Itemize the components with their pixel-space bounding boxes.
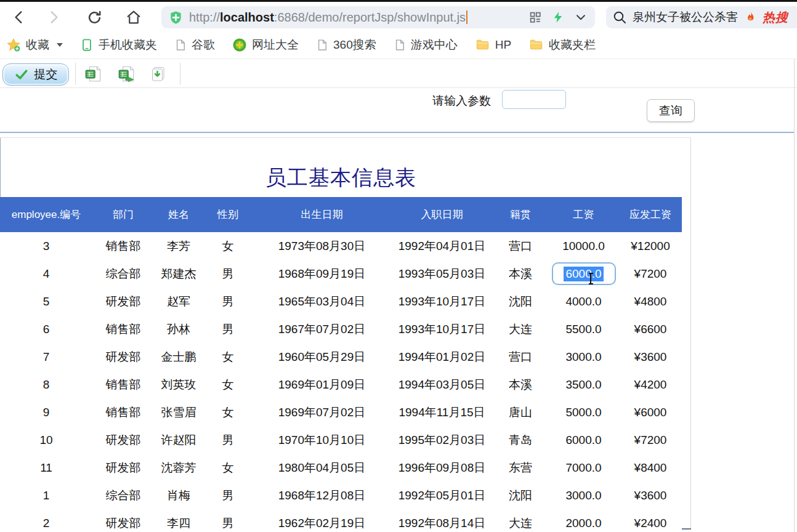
bookmark-folder-favorites-bar[interactable]: 收藏夹栏 [528,37,596,53]
bookmark-360-search[interactable]: 360搜索 [316,37,376,53]
table-cell[interactable]: 1996年09月08日 [391,460,493,476]
table-cell[interactable]: 1992年04月01日 [391,238,493,254]
table-cell[interactable]: 肖梅 [154,488,203,504]
parameter-input[interactable] [502,90,566,109]
table-cell[interactable]: 1960年05月29日 [253,349,391,365]
table-cell[interactable]: 研发部 [92,349,154,365]
table-cell[interactable]: 1980年04月05日 [253,460,391,476]
table-cell[interactable]: ¥3600 [619,350,682,364]
table-cell[interactable]: 6 [0,323,92,336]
bookmark-mobile-favorites[interactable]: 手机收藏夹 [80,37,157,53]
table-cell[interactable]: 10000.0 [548,240,619,253]
bookmark-game-center[interactable]: 游戏中心 [394,37,458,53]
table-cell[interactable]: 男 [203,515,253,531]
excel-export-button[interactable] [84,65,102,83]
table-cell[interactable]: 女 [203,405,253,421]
table-cell[interactable]: 1969年01月09日 [253,377,391,393]
table-cell[interactable]: 6000.0 [548,262,619,285]
table-cell[interactable]: 3000.0 [548,489,619,502]
table-cell[interactable]: ¥3600 [619,489,682,502]
table-cell[interactable]: 5 [0,295,92,308]
table-cell[interactable]: 1962年02月19日 [253,515,391,531]
table-cell[interactable]: 1994年11月15日 [391,405,493,421]
table-cell[interactable]: 大连 [493,515,548,531]
table-cell[interactable]: 大连 [493,321,548,337]
table-cell[interactable]: ¥8400 [619,461,682,475]
table-cell[interactable]: 沈阳 [493,488,548,504]
table-cell[interactable]: 李芳 [154,238,203,254]
table-cell[interactable]: 1993年10月17日 [391,321,493,337]
table-cell[interactable]: 6000.0 [548,433,619,447]
table-cell[interactable]: 女 [203,460,253,476]
bookmark-favorites[interactable]: 收藏 [6,37,63,53]
table-cell[interactable]: ¥7200 [619,267,682,281]
security-shield-icon[interactable] [169,10,183,25]
table-cell[interactable]: 10 [0,433,92,447]
table-cell[interactable]: 郑建杰 [154,266,203,282]
table-cell[interactable]: 销售部 [92,321,154,337]
address-bar[interactable]: http://localhost:6868/demo/reportJsp/sho… [161,6,595,28]
table-cell[interactable]: 综合部 [92,488,154,504]
table-cell[interactable]: ¥12000 [619,240,682,253]
table-cell[interactable]: 男 [203,321,253,337]
table-cell[interactable]: 许赵阳 [154,432,203,448]
table-cell[interactable]: 1968年12月08日 [253,488,391,504]
table-cell[interactable]: 赵军 [154,294,203,310]
table-cell[interactable]: 2000.0 [548,517,619,530]
table-cell[interactable]: 刘英玫 [154,377,203,393]
table-cell[interactable]: 本溪 [493,266,548,282]
table-cell[interactable]: 1968年09月19日 [253,266,391,282]
table-cell[interactable]: 1992年08月14日 [391,515,493,531]
table-cell[interactable]: 销售部 [92,405,154,421]
table-cell[interactable]: 孙林 [154,321,203,337]
table-cell[interactable]: 本溪 [493,377,548,393]
table-cell[interactable]: 9 [0,406,92,419]
qr-code-icon[interactable] [528,10,542,24]
forward-button[interactable] [43,7,64,28]
refresh-button[interactable] [84,7,105,28]
table-cell[interactable]: 1993年05月03日 [391,266,493,282]
table-cell[interactable]: 3500.0 [548,378,619,392]
table-cell[interactable]: 8 [0,378,92,392]
table-cell[interactable]: 7000.0 [548,461,619,475]
table-cell[interactable]: 男 [203,488,253,504]
hot-search-label[interactable]: 热搜 [763,9,788,26]
table-cell[interactable]: 3000.0 [548,350,619,364]
table-cell[interactable]: 研发部 [92,294,154,310]
table-cell[interactable]: 5500.0 [548,323,619,336]
table-cell[interactable]: 唐山 [493,405,548,421]
table-cell[interactable]: 沈蓉芳 [154,460,203,476]
search-query-text[interactable]: 泉州女子被公公杀害 [633,9,738,25]
table-cell[interactable]: 1969年07月02日 [253,405,391,421]
chevron-down-icon[interactable] [574,10,588,24]
table-cell[interactable]: ¥6600 [619,323,682,336]
table-cell[interactable]: 11 [0,461,92,475]
table-cell[interactable]: 女 [203,238,253,254]
table-cell[interactable]: 1994年03月05日 [391,377,493,393]
table-cell[interactable]: 销售部 [92,377,154,393]
table-cell[interactable]: 东营 [493,460,548,476]
table-cell[interactable]: ¥4800 [619,295,682,308]
table-cell[interactable]: ¥2400 [619,517,682,530]
table-cell[interactable]: 7 [0,350,92,364]
table-cell[interactable]: 沈阳 [493,294,548,310]
query-button[interactable]: 查询 [647,99,695,122]
table-cell[interactable]: 1973年08月30日 [253,238,391,254]
table-cell[interactable]: ¥4200 [619,378,682,392]
table-cell[interactable]: 5000.0 [548,406,619,419]
table-cell[interactable]: 4 [0,267,92,281]
salary-edit-input[interactable]: 6000.0 [552,262,616,285]
table-cell[interactable]: 1965年03月04日 [253,294,391,310]
table-cell[interactable]: 综合部 [92,266,154,282]
back-button[interactable] [9,7,30,28]
table-cell[interactable]: 销售部 [92,238,154,254]
table-cell[interactable]: 男 [203,294,253,310]
bookmark-folder-hp[interactable]: HP [475,38,511,52]
table-cell[interactable]: 男 [203,266,253,282]
table-cell[interactable]: 2 [0,517,92,530]
submit-button[interactable]: 提交 [2,63,69,86]
table-cell[interactable]: 研发部 [92,515,154,531]
table-cell[interactable]: 1995年02月03日 [391,432,493,448]
table-cell[interactable]: ¥6000 [619,406,682,419]
table-cell[interactable]: 1967年07月02日 [253,321,391,337]
